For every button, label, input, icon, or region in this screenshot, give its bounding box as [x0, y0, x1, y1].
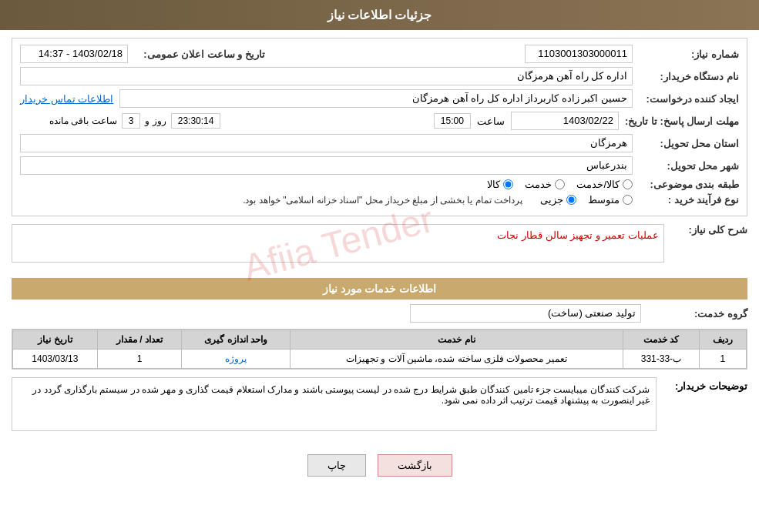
col-unit: واحد اندازه گیری: [182, 330, 290, 350]
purchase-type-option-jozyi[interactable]: جزیی: [540, 194, 576, 206]
row-category: طبقه بندی موضوعی: کالا/خدمت خدمت کالا: [20, 179, 739, 190]
cell-service-code: ب-33-331: [623, 350, 700, 369]
need-number-label: شماره نیاز:: [639, 49, 739, 60]
row-need-number: شماره نیاز: 1103001303000011 تاریخ و ساع…: [20, 45, 739, 63]
main-content: شماره نیاز: 1103001303000011 تاریخ و ساع…: [0, 30, 759, 492]
col-row-num: ردیف: [699, 330, 746, 350]
purchase-type-note: پرداخت تمام یا بخشی از مبلغ خریداز محل "…: [243, 195, 522, 206]
creator-value: حسین اکبر زاده کاربرداز اداره کل راه آهن…: [119, 89, 633, 108]
buyer-notes-content: شرکت کنندگان میبایست جزء تامین کنندگان ط…: [12, 377, 657, 431]
purchase-type-radio-group: متوسط جزیی: [540, 194, 633, 206]
row-province: استان محل تحویل: هرمزگان: [20, 134, 739, 152]
city-label: شهر محل تحویل:: [639, 160, 739, 172]
service-group-label: گروه خدمت:: [647, 308, 747, 320]
buyer-notes-row: توضیحات خریدار: شرکت کنندگان میبایست جزء…: [12, 377, 747, 439]
services-section-title: اطلاعات خدمات مورد نیاز: [12, 278, 747, 299]
category-radio-group: کالا/خدمت خدمت کالا: [487, 179, 633, 190]
page-title: جزئیات اطلاعات نیاز: [327, 8, 432, 22]
cell-quantity: 1: [97, 350, 182, 369]
back-button[interactable]: بازگشت: [378, 454, 452, 477]
need-number-value: 1103001303000011: [525, 45, 633, 63]
row-deadline: مهلت ارسال پاسخ: تا تاریخ: 1403/02/22 سا…: [20, 112, 739, 130]
city-value: بندرعباس: [20, 156, 633, 175]
page-header: جزئیات اطلاعات نیاز: [0, 0, 759, 30]
category-label-khedmat: خدمت: [525, 179, 552, 190]
cell-date: 1403/03/13: [13, 350, 98, 369]
category-radio-khedmat[interactable]: [555, 179, 565, 189]
category-radio-kala-khedmat[interactable]: [623, 179, 633, 189]
col-quantity: تعداد / مقدار: [97, 330, 182, 350]
purchase-type-label: نوع فرآیند خرید :: [639, 194, 739, 206]
table-header-row: ردیف کد خدمت نام خدمت واحد اندازه گیری ت…: [13, 330, 747, 350]
deadline-label: مهلت ارسال پاسخ: تا تاریخ:: [625, 115, 739, 127]
page-wrapper: جزئیات اطلاعات نیاز شماره نیاز: 11030013…: [0, 0, 759, 532]
deadline-time-label: ساعت: [477, 115, 505, 127]
cell-service-name: تعمیر محصولات فلزی ساخته شده، ماشین آلات…: [290, 350, 623, 369]
row-purchase-type: نوع فرآیند خرید : متوسط جزیی پرداخت تمام…: [20, 194, 739, 206]
purchase-type-radio-jozyi[interactable]: [566, 195, 576, 205]
cell-row-num: 1: [699, 350, 746, 369]
table-row: 1 ب-33-331 تعمیر محصولات فلزی ساخته شده،…: [13, 350, 747, 369]
col-service-code: کد خدمت: [623, 330, 700, 350]
remaining-time-area: 23:30:14 روز و 3 ساعت باقی مانده: [20, 113, 220, 129]
creator-link[interactable]: اطلاعات تماس خریدار: [20, 93, 113, 105]
cell-unit: پروژه: [182, 350, 290, 369]
buyer-org-label: نام دستگاه خریدار:: [639, 71, 739, 82]
purchase-type-option-motavaset[interactable]: متوسط: [588, 194, 633, 206]
col-date: تاریخ نیاز: [13, 330, 98, 350]
deadline-date: 1403/02/22: [511, 112, 619, 130]
category-label: طبقه بندی موضوعی:: [639, 179, 739, 190]
service-group-value: تولید صنعتی (ساخت): [410, 304, 641, 323]
province-label: استان محل تحویل:: [639, 138, 739, 149]
remaining-days-value: 3: [122, 113, 141, 129]
purchase-type-label-jozyi: جزیی: [540, 194, 563, 206]
info-section: شماره نیاز: 1103001303000011 تاریخ و ساع…: [12, 38, 747, 216]
col-service-name: نام خدمت: [290, 330, 623, 350]
remaining-days-label: روز و: [145, 115, 166, 126]
category-option-kala[interactable]: کالا: [487, 179, 513, 190]
buyer-notes-label: توضیحات خریدار:: [663, 377, 747, 392]
remaining-time-clock: 23:30:14: [171, 113, 221, 129]
description-section: شرح کلی نیاز: Afiia Tender عملیات تعمیر …: [12, 224, 747, 270]
purchase-type-radio-motavaset[interactable]: [623, 195, 633, 205]
category-label-kala: کالا: [487, 179, 500, 190]
services-table: ردیف کد خدمت نام خدمت واحد اندازه گیری ت…: [12, 330, 747, 369]
category-label-kala-khedmat: کالا/خدمت: [576, 179, 620, 190]
buyer-org-value: اداره کل راه آهن هرمزگان: [20, 67, 633, 85]
category-option-khedmat[interactable]: خدمت: [525, 179, 565, 190]
row-city: شهر محل تحویل: بندرعباس: [20, 156, 739, 175]
services-table-container: ردیف کد خدمت نام خدمت واحد اندازه گیری ت…: [12, 329, 747, 370]
print-button[interactable]: چاپ: [307, 454, 366, 477]
category-radio-kala[interactable]: [503, 179, 513, 189]
row-service-group: گروه خدمت: تولید صنعتی (ساخت): [12, 304, 747, 323]
announcement-date-value: 1403/02/18 - 14:37: [20, 45, 128, 63]
remaining-suffix: ساعت باقی مانده: [49, 115, 117, 126]
announcement-date-label: تاریخ و ساعت اعلان عمومی:: [134, 49, 265, 60]
creator-label: ایجاد کننده درخواست:: [639, 93, 739, 105]
province-value: هرمزگان: [20, 134, 633, 152]
category-option-kala-khedmat[interactable]: کالا/خدمت: [576, 179, 633, 190]
description-content: عملیات تعمیر و تجهیز سالن قطار نجات: [497, 229, 659, 241]
description-box: Afiia Tender عملیات تعمیر و تجهیز سالن ق…: [12, 224, 664, 263]
services-table-body: 1 ب-33-331 تعمیر محصولات فلزی ساخته شده،…: [13, 350, 747, 369]
description-label: شرح کلی نیاز:: [670, 224, 747, 236]
footer-buttons: بازگشت چاپ: [12, 447, 747, 484]
deadline-time: 15:00: [434, 113, 471, 129]
row-creator: ایجاد کننده درخواست: حسین اکبر زاده کارب…: [20, 89, 739, 108]
row-buyer-org: نام دستگاه خریدار: اداره کل راه آهن هرمز…: [20, 67, 739, 85]
purchase-type-label-motavaset: متوسط: [588, 194, 620, 206]
